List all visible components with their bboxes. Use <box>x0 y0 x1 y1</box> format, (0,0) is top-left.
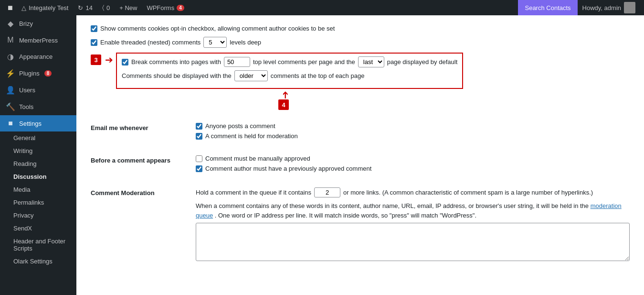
submenu-label-sendx: SendX <box>13 225 32 232</box>
previously-approved-label: Comment author must have a previously ap… <box>205 165 371 172</box>
email-whenever-row: Email me whenever Anyone posts a comment… <box>91 117 630 149</box>
submenu-label-writing: Writing <box>13 147 32 154</box>
sidebar-label-settings: Settings <box>19 120 42 127</box>
comments-item[interactable]: 〈 0 <box>97 0 115 15</box>
sidebar-item-memberpress[interactable]: M MemberPress <box>0 32 76 48</box>
display-comments-label: Comments should be displayed with the <box>122 72 232 79</box>
appearance-icon: ◑ <box>6 52 15 61</box>
before-appears-row: Before a comment appears Comment must be… <box>91 149 630 182</box>
break-comments-row: Break comments into pages with top level… <box>122 56 457 67</box>
updates-count: 14 <box>85 4 92 11</box>
plugins-icon: ⚡ <box>6 69 15 78</box>
show-cookies-label: Show comments cookies opt-in checkbox, a… <box>100 25 335 32</box>
sidebar-label-memberpress: MemberPress <box>19 37 58 44</box>
sidebar-item-brizy[interactable]: ◆ Brizy <box>0 15 76 32</box>
annotation4-area: ➔ 4 <box>278 90 463 110</box>
anyone-posts-label: Anyone posts a comment <box>205 122 275 130</box>
search-contacts-button[interactable]: Search Contacts <box>518 0 577 15</box>
break-comments-outline: Break comments into pages with top level… <box>116 53 463 89</box>
sidebar-item-tools[interactable]: 🔨 Tools <box>0 98 76 115</box>
sidebar-item-settings[interactable]: ■ Settings <box>0 115 76 131</box>
submenu-label-reading: Reading <box>13 160 36 167</box>
updates-icon: ↻ <box>78 4 83 11</box>
submenu-label-discussion: Discussion <box>13 173 46 180</box>
submenu-item-general[interactable]: General <box>0 131 76 144</box>
submenu-item-permalinks[interactable]: Permalinks <box>0 196 76 209</box>
wpforms-badge: 4 <box>177 5 184 11</box>
submenu-item-discussion[interactable]: Discussion <box>0 170 76 183</box>
manually-approved-checkbox[interactable] <box>196 155 202 162</box>
content-wrap: Show comments cookies opt-in checkbox, a… <box>76 15 644 295</box>
new-label: + New <box>119 4 137 11</box>
settings-table: Email me whenever Anyone posts a comment… <box>91 117 630 268</box>
threaded-comments-checkbox[interactable] <box>91 39 97 46</box>
sidebar-label-users: Users <box>19 87 35 94</box>
held-moderation-row: A comment is held for moderation <box>196 132 630 140</box>
break-comments-select[interactable]: last first <box>358 56 384 67</box>
break-comments-checkbox[interactable] <box>122 59 128 66</box>
moderation-description: When a comment contains any of these wor… <box>196 201 630 220</box>
annotation4-badge: 4 <box>278 99 289 110</box>
sidebar-item-appearance[interactable]: ◑ Appearance <box>0 48 76 65</box>
show-cookies-row: Show comments cookies opt-in checkbox, a… <box>91 25 630 32</box>
email-section-label: Email me whenever <box>91 124 148 131</box>
site-name[interactable]: △ Integately Test <box>17 0 74 15</box>
submenu-item-header-footer[interactable]: Header and Footer Scripts <box>0 235 76 255</box>
break-comments-suffix: page displayed by default <box>387 58 457 66</box>
comment-moderation-row: Comment Moderation Hold a comment in the… <box>91 182 630 268</box>
submenu-item-sendx[interactable]: SendX <box>0 222 76 235</box>
anyone-posts-row: Anyone posts a comment <box>196 122 630 130</box>
held-moderation-checkbox[interactable] <box>196 133 202 140</box>
annotation3-container: 3 ➔ Break comments into pages with top l… <box>91 53 630 110</box>
display-comments-row: Comments should be displayed with the ol… <box>122 70 457 81</box>
sidebar-item-users[interactable]: 👤 Users <box>0 82 76 98</box>
hold-queue-label: Hold a comment in the queue if it contai… <box>196 189 311 196</box>
held-moderation-label: A comment is held for moderation <box>205 132 298 140</box>
submenu-item-olark[interactable]: Olark Settings <box>0 255 76 268</box>
moderation-section-label: Comment Moderation <box>91 189 155 197</box>
submenu-label-privacy: Privacy <box>13 212 34 219</box>
sidebar-item-plugins[interactable]: ⚡ Plugins 8 <box>0 65 76 82</box>
break-comments-mid: top level comments per page and the <box>253 58 355 66</box>
submenu-item-writing[interactable]: Writing <box>0 144 76 157</box>
plugins-badge: 8 <box>44 70 52 76</box>
threaded-levels-select[interactable]: 5 1 2 3 4 6 7 8 9 10 <box>203 37 227 48</box>
wpforms-item[interactable]: WPForms 4 <box>142 0 189 15</box>
display-comments-select[interactable]: older newer <box>234 70 268 81</box>
new-item[interactable]: + New <box>115 0 142 15</box>
previously-approved-row: Comment author must have a previously ap… <box>196 165 630 172</box>
annotation4-layout: ➔ 4 <box>278 90 291 110</box>
anyone-posts-checkbox[interactable] <box>196 123 202 130</box>
main-content: Show comments cookies opt-in checkbox, a… <box>76 15 644 295</box>
threaded-levels-suffix: levels deep <box>230 39 261 46</box>
submenu-item-reading[interactable]: Reading <box>0 157 76 170</box>
howdy-label: Howdy, admin <box>582 4 621 11</box>
show-cookies-checkbox[interactable] <box>91 25 97 32</box>
comments-count: 0 <box>106 4 110 11</box>
break-comments-section: Break comments into pages with top level… <box>116 53 463 110</box>
moderation-when-label: When a comment contains any of these wor… <box>196 202 589 209</box>
manually-approved-row: Comment must be manually approved <box>196 155 630 162</box>
users-icon: 👤 <box>6 86 15 95</box>
howdy-item[interactable]: Howdy, admin <box>578 0 640 15</box>
submenu-item-privacy[interactable]: Privacy <box>0 209 76 222</box>
comments-icon: 〈 <box>102 4 104 11</box>
annotation3-badge: 3 <box>91 55 101 65</box>
site-name-label: Integately Test <box>29 4 69 11</box>
wp-logo-icon[interactable]: ■ <box>4 3 17 13</box>
annotation4-arrow-up: ➔ <box>280 91 289 99</box>
previously-approved-checkbox[interactable] <box>196 165 202 172</box>
manually-approved-label: Comment must be manually approved <box>205 155 310 162</box>
sidebar-label-appearance: Appearance <box>19 53 53 60</box>
submenu-item-media[interactable]: Media <box>0 183 76 196</box>
updates-item[interactable]: ↻ 14 <box>73 0 97 15</box>
submenu-label-permalinks: Permalinks <box>13 199 44 206</box>
adminbar-right: Search Contacts Howdy, admin <box>518 0 640 15</box>
sidebar-label-plugins: Plugins <box>19 70 40 77</box>
hold-queue-input[interactable] <box>314 187 340 197</box>
submenu-label-olark: Olark Settings <box>13 258 53 265</box>
before-appears-label: Before a comment appears <box>91 157 170 164</box>
admin-menu: ◆ Brizy M MemberPress ◑ Appearance ⚡ Plu… <box>0 15 76 295</box>
break-comments-input[interactable] <box>224 57 250 67</box>
moderation-textarea[interactable] <box>196 223 630 261</box>
